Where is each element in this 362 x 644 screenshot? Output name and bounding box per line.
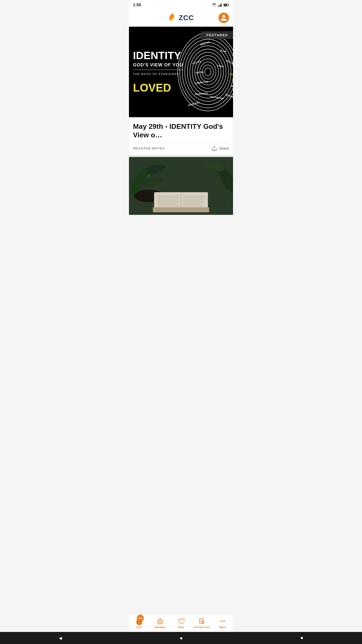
svg-rect-1 (219, 5, 220, 7)
svg-text:ALIVE: ALIVE (220, 49, 227, 53)
featured-badge: FEATURED (201, 31, 233, 39)
logo-container: ZCC (168, 13, 194, 23)
section-divider (129, 155, 233, 157)
svg-text:ROOTED: ROOTED (200, 41, 210, 47)
app-header: ZCC (129, 9, 233, 27)
featured-banner[interactable]: FEATURED IDENTITY GOD'S VIEW OF YOU THE … (129, 27, 233, 117)
message-title: May 29th - IDENTITY God's View o… (133, 122, 229, 139)
svg-rect-57 (153, 207, 209, 212)
logo-text: ZCC (179, 14, 194, 22)
battery-icon (223, 4, 229, 7)
share-label: Share (219, 146, 229, 150)
content-card[interactable] (129, 157, 233, 215)
svg-text:LOVED: LOVED (229, 72, 233, 77)
svg-rect-0 (218, 6, 219, 7)
share-button[interactable]: Share (211, 145, 229, 151)
share-icon (211, 145, 217, 151)
signal-icon (218, 3, 222, 7)
svg-point-13 (190, 49, 226, 95)
card-image (129, 157, 233, 215)
wifi-icon (212, 3, 216, 7)
message-info-section: May 29th - IDENTITY God's View o… MESSAG… (129, 117, 233, 155)
loved-word: LOVED (133, 82, 183, 94)
svg-text:NEW: NEW (230, 85, 233, 88)
status-time: 1:56 (133, 3, 141, 7)
svg-rect-2 (220, 4, 221, 7)
banner-subtitle: GOD'S VIEW OF YOU (133, 62, 183, 68)
svg-rect-5 (229, 5, 229, 6)
svg-point-8 (202, 65, 213, 79)
svg-point-14 (187, 46, 229, 98)
banner-text: IDENTITY GOD'S VIEW OF YOU THE BOOK OF E… (129, 50, 187, 94)
identity-title: IDENTITY (133, 50, 183, 61)
message-notes-button[interactable]: MESSAGE NOTES (133, 146, 165, 150)
flame-icon (168, 13, 177, 23)
status-bar: 1:56 (129, 0, 233, 9)
svg-rect-3 (221, 4, 222, 7)
svg-text:HONORED: HONORED (225, 93, 233, 100)
message-actions: MESSAGE NOTES Share (133, 143, 229, 151)
status-icons (212, 3, 229, 7)
svg-text:GIFTED: GIFTED (196, 71, 204, 74)
svg-point-7 (205, 68, 211, 76)
svg-text:REWARDED: REWARDED (195, 92, 208, 96)
book-reference: THE BOOK OF EPHESIANS (133, 72, 183, 75)
svg-point-17 (180, 36, 233, 108)
svg-text:COMMITTED: COMMITTED (195, 80, 209, 85)
svg-rect-6 (224, 4, 227, 6)
profile-button[interactable] (218, 13, 229, 23)
